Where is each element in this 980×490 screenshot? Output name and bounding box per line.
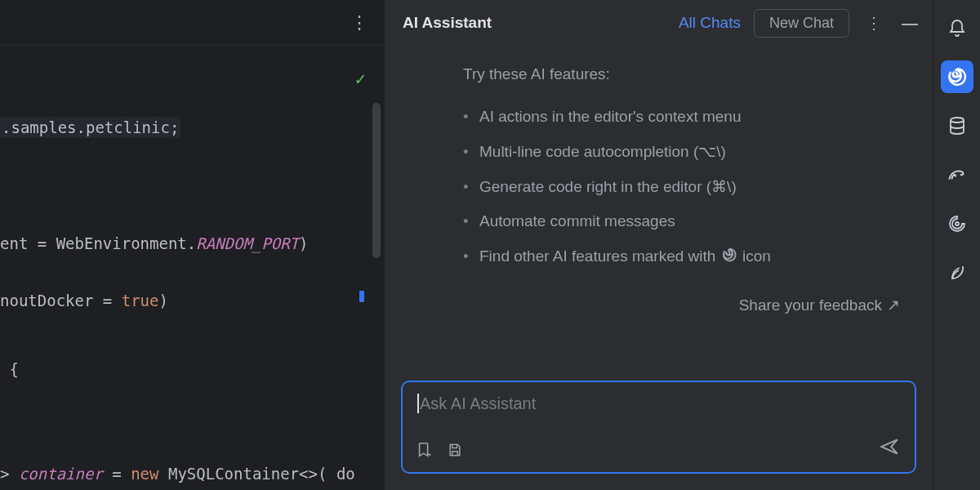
- ai-input-area: Ask AI Assistant: [385, 371, 933, 490]
- external-link-icon: ↗: [887, 296, 900, 314]
- feature-item: Generate code right in the editor (⌘\): [463, 170, 903, 205]
- feature-item: Find other AI features marked with icon: [463, 239, 903, 274]
- new-chat-button[interactable]: New Chat: [754, 9, 849, 38]
- code-line: > container = new MySQLContainer<>( do: [0, 462, 355, 486]
- all-chats-link[interactable]: All Chats: [679, 14, 741, 32]
- svg-point-2: [956, 222, 959, 225]
- analysis-ok-icon[interactable]: ✓: [355, 65, 366, 92]
- feature-list: AI actions in the editor's context menu …: [463, 100, 903, 274]
- code-line: noutDocker = true): [0, 289, 168, 313]
- share-feedback-link[interactable]: Share your feedback↗: [463, 296, 903, 314]
- try-heading: Try these AI features:: [463, 65, 903, 83]
- gutter-mark-icon: [359, 291, 364, 302]
- editor-scrollbar[interactable]: [372, 103, 381, 258]
- right-tool-strip: [933, 0, 980, 490]
- code-editor[interactable]: ✓ .samples.petclinic; ent = WebEnvironme…: [0, 46, 384, 490]
- ai-assistant-tool-button[interactable]: [941, 60, 973, 93]
- ai-assistant-panel: AI Assistant All Chats New Chat ⋮ ― Try …: [384, 0, 933, 490]
- panel-minimize-icon[interactable]: ―: [898, 14, 921, 33]
- editor-tabbar: ⋮: [0, 0, 384, 46]
- code-line: .samples.petclinic;: [0, 116, 180, 140]
- input-placeholder: Ask AI Assistant: [417, 394, 900, 413]
- code-line: {: [0, 358, 19, 381]
- feature-item: AI actions in the editor's context menu: [463, 100, 903, 135]
- spring-tool-button[interactable]: [941, 256, 973, 289]
- gradle-tool-button[interactable]: [941, 158, 973, 191]
- feature-item: Multi-line code autocompletion (⌥\): [463, 135, 903, 170]
- svg-point-1: [954, 174, 955, 175]
- send-icon[interactable]: [879, 436, 900, 461]
- bookmark-icon[interactable]: [416, 441, 434, 462]
- code-line: ent = WebEnvironment.RANDOM_PORT): [0, 232, 309, 256]
- database-tool-button[interactable]: [941, 109, 973, 142]
- feature-item: Automate commit messages: [463, 204, 903, 239]
- text-cursor-icon: [417, 394, 419, 413]
- panel-more-icon[interactable]: ⋮: [862, 13, 885, 33]
- coverage-tool-button[interactable]: [941, 207, 973, 240]
- ai-panel-title: AI Assistant: [403, 14, 666, 32]
- save-icon[interactable]: [447, 442, 463, 461]
- editor-pane: ⋮ ✓ .samples.petclinic; ent = WebEnviron…: [0, 0, 384, 490]
- svg-point-0: [951, 118, 964, 122]
- tabs-overflow-icon[interactable]: ⋮: [350, 12, 369, 33]
- ai-panel-body: Try these AI features: AI actions in the…: [385, 46, 933, 371]
- ai-chat-input[interactable]: Ask AI Assistant: [401, 381, 916, 474]
- notifications-tool-button[interactable]: [941, 11, 973, 44]
- ai-spiral-icon: [720, 246, 738, 264]
- ai-panel-header: AI Assistant All Chats New Chat ⋮ ―: [385, 0, 933, 46]
